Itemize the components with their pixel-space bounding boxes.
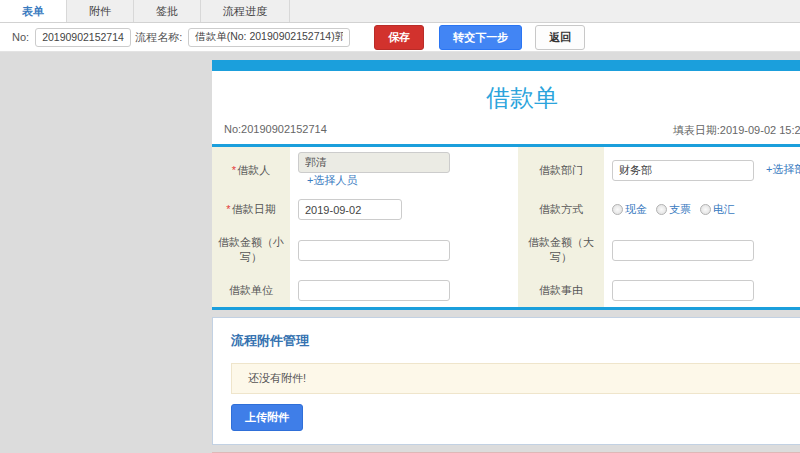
save-button[interactable]: 保存 bbox=[374, 25, 424, 50]
department-input[interactable] bbox=[612, 160, 754, 181]
required-asterisk: * bbox=[232, 164, 236, 176]
no-input[interactable] bbox=[35, 28, 131, 47]
loan-date-input[interactable] bbox=[298, 199, 402, 220]
form-panel: 借款单 No:20190902152714 填表日期:2019-09-02 15… bbox=[212, 60, 800, 453]
borrower-input[interactable] bbox=[298, 152, 450, 173]
loan-unit-label: 借款单位 bbox=[212, 274, 290, 307]
amount-small-label: 借款金额（小写） bbox=[212, 226, 290, 274]
attachments-heading: 流程附件管理 bbox=[231, 332, 800, 350]
forward-next-step-button[interactable]: 转交下一步 bbox=[439, 25, 522, 50]
loan-form-table: *借款人 +选择人员 借款部门 +选择部门 *借款日期 bbox=[212, 147, 800, 307]
table-row: *借款人 +选择人员 借款部门 +选择部门 bbox=[212, 147, 800, 193]
upload-attachment-button[interactable]: 上传附件 bbox=[231, 404, 303, 431]
borrower-label: *借款人 bbox=[212, 147, 290, 193]
radio-icon bbox=[612, 204, 623, 215]
amount-big-input[interactable] bbox=[612, 240, 754, 261]
toolbar: No: 流程名称: 保存 转交下一步 返回 bbox=[0, 23, 800, 52]
loan-reason-label: 借款事由 bbox=[518, 274, 604, 307]
page-title: 借款单 bbox=[212, 71, 800, 121]
table-row: 借款金额（小写） 借款金额（大写） bbox=[212, 226, 800, 274]
loan-reason-input[interactable] bbox=[612, 280, 754, 301]
no-label: No: bbox=[12, 31, 29, 43]
select-department-link[interactable]: +选择部门 bbox=[766, 163, 800, 175]
radio-check[interactable]: 支票 bbox=[656, 202, 691, 217]
content-area: 借款单 No:20190902152714 填表日期:2019-09-02 15… bbox=[0, 52, 800, 453]
tab-form[interactable]: 表单 bbox=[0, 0, 67, 22]
attachments-card: 流程附件管理 还没有附件! 上传附件 bbox=[212, 317, 800, 445]
table-row: 借款单位 借款事由 bbox=[212, 274, 800, 307]
required-asterisk: * bbox=[226, 203, 230, 215]
radio-cash[interactable]: 现金 bbox=[612, 202, 647, 217]
loan-unit-input[interactable] bbox=[298, 280, 450, 301]
radio-icon bbox=[700, 204, 711, 215]
form-date-text: 填表日期:2019-09-02 15:27:14 bbox=[673, 123, 800, 138]
tab-attachments[interactable]: 附件 bbox=[67, 0, 134, 22]
divider bbox=[212, 307, 800, 310]
form-no-text: No:20190902152714 bbox=[224, 123, 327, 138]
no-attachments-message: 还没有附件! bbox=[231, 363, 800, 394]
back-button[interactable]: 返回 bbox=[535, 25, 585, 50]
process-name-label: 流程名称: bbox=[135, 30, 182, 45]
radio-icon bbox=[656, 204, 667, 215]
loan-date-label: *借款日期 bbox=[212, 193, 290, 226]
loan-method-radio-group: 现金 支票 电汇 bbox=[612, 202, 800, 217]
select-person-link[interactable]: +选择人员 bbox=[307, 174, 357, 186]
department-label: 借款部门 bbox=[518, 147, 604, 193]
tab-bar: 表单 附件 签批 流程进度 bbox=[0, 0, 800, 23]
radio-wire-transfer[interactable]: 电汇 bbox=[700, 202, 735, 217]
loan-method-label: 借款方式 bbox=[518, 193, 604, 226]
form-header-bar bbox=[212, 60, 800, 71]
process-name-input[interactable] bbox=[188, 28, 350, 47]
amount-small-input[interactable] bbox=[298, 240, 450, 261]
tab-process-progress[interactable]: 流程进度 bbox=[201, 0, 290, 22]
tab-approval[interactable]: 签批 bbox=[134, 0, 201, 22]
loan-form-card: 借款单 No:20190902152714 填表日期:2019-09-02 15… bbox=[212, 60, 800, 310]
table-row: *借款日期 借款方式 现金 bbox=[212, 193, 800, 226]
amount-big-label: 借款金额（大写） bbox=[518, 226, 604, 274]
